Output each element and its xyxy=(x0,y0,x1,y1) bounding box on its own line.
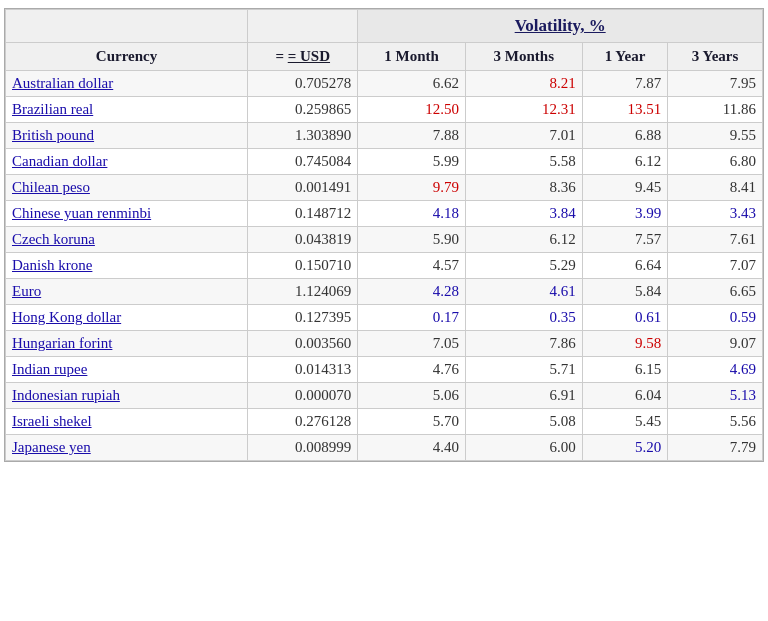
currency-name-cell[interactable]: Hong Kong dollar xyxy=(6,305,248,331)
usd-value-cell: 1.124069 xyxy=(248,279,358,305)
empty-header-1 xyxy=(6,10,248,43)
volatility-cell: 11.86 xyxy=(668,97,763,123)
volatility-cell: 3.84 xyxy=(465,201,582,227)
usd-value-cell: 0.745084 xyxy=(248,149,358,175)
volatility-cell: 7.88 xyxy=(358,123,466,149)
currency-name-cell[interactable]: Hungarian forint xyxy=(6,331,248,357)
volatility-cell: 7.86 xyxy=(465,331,582,357)
empty-header-2 xyxy=(248,10,358,43)
volatility-cell: 9.58 xyxy=(582,331,667,357)
volatility-cell: 5.06 xyxy=(358,383,466,409)
volatility-cell: 9.07 xyxy=(668,331,763,357)
currency-name-cell[interactable]: Chilean peso xyxy=(6,175,248,201)
volatility-cell: 12.31 xyxy=(465,97,582,123)
month1-col-header: 1 Month xyxy=(358,43,466,71)
volatility-cell: 4.28 xyxy=(358,279,466,305)
volatility-cell: 12.50 xyxy=(358,97,466,123)
volatility-cell: 4.76 xyxy=(358,357,466,383)
volatility-cell: 6.00 xyxy=(465,435,582,461)
volatility-cell: 5.45 xyxy=(582,409,667,435)
currency-name-cell[interactable]: Israeli shekel xyxy=(6,409,248,435)
currency-name-cell[interactable]: Indonesian rupiah xyxy=(6,383,248,409)
usd-value-cell: 0.043819 xyxy=(248,227,358,253)
table-row: Euro1.1240694.284.615.846.65 xyxy=(6,279,763,305)
volatility-cell: 5.56 xyxy=(668,409,763,435)
volatility-cell: 5.13 xyxy=(668,383,763,409)
volatility-cell: 5.08 xyxy=(465,409,582,435)
volatility-cell: 4.40 xyxy=(358,435,466,461)
currency-name-cell[interactable]: Japanese yen xyxy=(6,435,248,461)
year3-col-header: 3 Years xyxy=(668,43,763,71)
currency-name-cell[interactable]: British pound xyxy=(6,123,248,149)
currency-name-cell[interactable]: Chinese yuan renminbi xyxy=(6,201,248,227)
volatility-cell: 6.65 xyxy=(668,279,763,305)
currency-name-cell[interactable]: Brazilian real xyxy=(6,97,248,123)
volatility-cell: 13.51 xyxy=(582,97,667,123)
table-row: Chilean peso0.0014919.798.369.458.41 xyxy=(6,175,763,201)
usd-value-cell: 0.001491 xyxy=(248,175,358,201)
volatility-cell: 8.21 xyxy=(465,71,582,97)
volatility-cell: 5.29 xyxy=(465,253,582,279)
volatility-header-row: Volatility, % xyxy=(6,10,763,43)
volatility-cell: 7.05 xyxy=(358,331,466,357)
usd-value-cell: 0.003560 xyxy=(248,331,358,357)
currency-name-cell[interactable]: Australian dollar xyxy=(6,71,248,97)
volatility-cell: 7.07 xyxy=(668,253,763,279)
volatility-cell: 5.71 xyxy=(465,357,582,383)
table-row: Czech koruna0.0438195.906.127.577.61 xyxy=(6,227,763,253)
usd-value-cell: 0.008999 xyxy=(248,435,358,461)
volatility-cell: 0.35 xyxy=(465,305,582,331)
table-row: Brazilian real0.25986512.5012.3113.5111.… xyxy=(6,97,763,123)
usd-value-cell: 0.127395 xyxy=(248,305,358,331)
volatility-cell: 7.57 xyxy=(582,227,667,253)
usd-value-cell: 0.259865 xyxy=(248,97,358,123)
volatility-cell: 7.95 xyxy=(668,71,763,97)
usd-value-cell: 0.705278 xyxy=(248,71,358,97)
usd-value-cell: 0.150710 xyxy=(248,253,358,279)
volatility-cell: 0.61 xyxy=(582,305,667,331)
table-row: British pound1.3038907.887.016.889.55 xyxy=(6,123,763,149)
currency-name-cell[interactable]: Euro xyxy=(6,279,248,305)
volatility-cell: 5.90 xyxy=(358,227,466,253)
volatility-cell: 6.88 xyxy=(582,123,667,149)
volatility-cell: 6.62 xyxy=(358,71,466,97)
volatility-cell: 6.64 xyxy=(582,253,667,279)
table-row: Chinese yuan renminbi0.1487124.183.843.9… xyxy=(6,201,763,227)
volatility-cell: 7.79 xyxy=(668,435,763,461)
table-row: Israeli shekel0.2761285.705.085.455.56 xyxy=(6,409,763,435)
volatility-cell: 6.91 xyxy=(465,383,582,409)
usd-value-cell: 0.000070 xyxy=(248,383,358,409)
currency-rows: Australian dollar0.7052786.628.217.877.9… xyxy=(6,71,763,461)
volatility-cell: 5.99 xyxy=(358,149,466,175)
table-row: Danish krone0.1507104.575.296.647.07 xyxy=(6,253,763,279)
volatility-cell: 4.57 xyxy=(358,253,466,279)
volatility-cell: 4.18 xyxy=(358,201,466,227)
table-row: Indian rupee0.0143134.765.716.154.69 xyxy=(6,357,763,383)
volatility-cell: 0.59 xyxy=(668,305,763,331)
usd-value-cell: 1.303890 xyxy=(248,123,358,149)
table-row: Canadian dollar0.7450845.995.586.126.80 xyxy=(6,149,763,175)
currency-volatility-table: Volatility, % Currency = = USD 1 Month 3… xyxy=(4,8,764,462)
volatility-cell: 6.12 xyxy=(582,149,667,175)
volatility-cell: 9.79 xyxy=(358,175,466,201)
volatility-cell: 6.12 xyxy=(465,227,582,253)
volatility-cell: 9.55 xyxy=(668,123,763,149)
volatility-cell: 7.87 xyxy=(582,71,667,97)
volatility-cell: 5.58 xyxy=(465,149,582,175)
usd-col-header: = = USD xyxy=(248,43,358,71)
volatility-cell: 5.70 xyxy=(358,409,466,435)
volatility-cell: 7.61 xyxy=(668,227,763,253)
currency-name-cell[interactable]: Danish krone xyxy=(6,253,248,279)
volatility-cell: 6.04 xyxy=(582,383,667,409)
volatility-header: Volatility, % xyxy=(358,10,763,43)
volatility-cell: 7.01 xyxy=(465,123,582,149)
table-row: Hungarian forint0.0035607.057.869.589.07 xyxy=(6,331,763,357)
volatility-cell: 6.80 xyxy=(668,149,763,175)
currency-name-cell[interactable]: Czech koruna xyxy=(6,227,248,253)
volatility-cell: 5.84 xyxy=(582,279,667,305)
currency-name-cell[interactable]: Indian rupee xyxy=(6,357,248,383)
currency-name-cell[interactable]: Canadian dollar xyxy=(6,149,248,175)
year1-col-header: 1 Year xyxy=(582,43,667,71)
usd-value-cell: 0.014313 xyxy=(248,357,358,383)
currency-col-header: Currency xyxy=(6,43,248,71)
